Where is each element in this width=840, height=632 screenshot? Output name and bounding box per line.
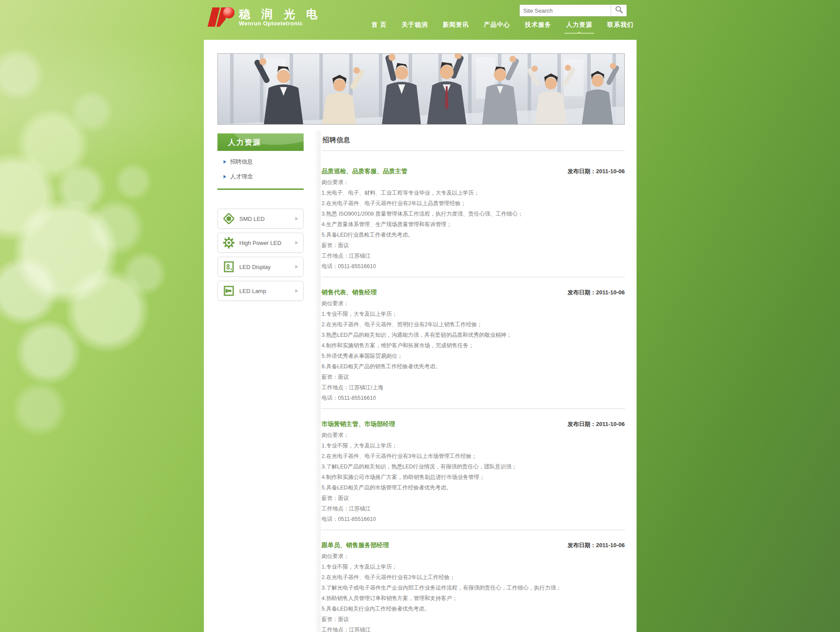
product-buttons: SMD LEDHigh Power LED8LED DisplayLED Lam… [217,209,304,301]
job-requirement-line: 5.具备LED相关行业内工作经验者优先考虑。 [322,604,625,614]
job-title[interactable]: 跟单员、销售服务部经理 [322,541,389,549]
main-title-row: 招聘信息 [322,133,625,151]
job-title[interactable]: 销售代表、销售经理 [322,289,377,297]
job-requirement-line: 3.熟悉 ISO9001/2008 质量管理体系工作流程，执行力度强、责任心强、… [322,209,625,219]
job-requirement-line: 4.生产质量体系管理、生产现场质量管理和客诉管理； [322,219,625,230]
job-requirement-line: 薪资：面议 [322,240,625,251]
job-requirement-line: 6.具备LED相关产品的销售工作经验者优先考虑。 [322,361,625,372]
high-power-led-icon [222,236,235,249]
job-requirement-line: 2.在光电子器件、电子元器件行业有3年以上市场管理工作经验； [322,451,625,461]
sidebar-menu-item-1[interactable]: 人才理念 [217,169,304,184]
product-button-1[interactable]: High Power LED [217,233,304,253]
job-requirement-line: 5.具备LED行业质检工作者优先考虑。 [322,230,625,240]
sidebar-menu: 招聘信息人才理念 [217,151,304,190]
sidebar-title: 人力资源 [228,137,261,147]
job-item-1: 销售代表、销售经理发布日期：2011-10-06岗位要求：1.专业不限，大专及以… [322,277,625,409]
job-requirement-line: 薪资：面议 [322,493,625,503]
job-requirement-line: 岗位要求： [322,551,625,562]
job-requirement-line: 1.专业不限，大专及以上学历； [322,440,625,451]
product-label: SMD LED [239,216,295,222]
triangle-right-icon [224,160,226,164]
smd-led-icon [222,212,235,225]
product-button-2[interactable]: 8LED Display [217,257,304,277]
job-requirement-line: 工作地点：江苏镇江 [322,251,625,261]
job-requirement-line: 工作地点：江苏镇江 [322,503,625,514]
job-requirement-line: 岗位要求： [322,298,625,309]
job-publish-date: 发布日期：2011-10-06 [567,289,625,297]
job-requirement-line: 3.了解光电子或电子器件生产企业内部工作业务运作流程，有很强的责任心，工作细心，… [322,583,625,593]
product-button-0[interactable]: SMD LED [217,209,304,229]
chevron-right-icon [295,265,298,269]
job-list: 品质巡检、品质客服、品质主管发布日期：2011-10-06岗位要求：1.光电子、… [322,156,625,632]
triangle-right-icon [224,175,226,178]
brand-name-en: Wenrun Optoeletronic [239,20,322,27]
job-requirement-line: 2.在光电子器件、电子元器件、照明行业有2年以上销售工作经验； [322,319,625,330]
nav-item-4[interactable]: 技术服务 [525,21,551,29]
job-requirement-line: 工作地点：江苏镇江 [322,625,625,632]
main-nav: 首 页关于稳润新闻资讯产品中心技术服务人力资源联系我们 [371,21,634,29]
main-content: 招聘信息 品质巡检、品质客服、品质主管发布日期：2011-10-06岗位要求：1… [322,133,625,632]
job-requirement-line: 薪资：面议 [322,614,625,625]
page-container: 人力资源 招聘信息人才理念 SMD LEDHigh Power LED8LED … [204,40,637,632]
job-requirement-line: 电话：0511-85516610 [322,261,625,272]
nav-item-1[interactable]: 关于稳润 [402,21,428,29]
job-requirement-line: 1.专业不限，大专及以上学历； [322,309,625,319]
nav-item-6[interactable]: 联系我们 [607,21,634,29]
nav-item-5[interactable]: 人力资源 [566,21,592,29]
job-head: 品质巡检、品质客服、品质主管发布日期：2011-10-06 [322,168,625,175]
job-requirement-line: 1.专业不限，大专及以上学历； [322,562,625,572]
job-requirement-line: 3.熟悉LED产品的相关知识，沟通能力强，具有坚韧的品质和优秀的敬业精神； [322,330,625,340]
svg-text:8: 8 [226,263,230,271]
sidebar-menu-label: 招聘信息 [230,158,253,166]
job-requirement-line: 电话：0511-85516610 [322,393,625,403]
job-publish-date: 发布日期：2011-10-06 [567,420,625,428]
job-requirement-line: 5.具备LED相关产品的市场管理工作经验者优先考虑。 [322,482,625,493]
job-requirement-line: 岗位要求： [322,430,625,440]
job-publish-date: 发布日期：2011-10-06 [567,541,625,549]
content-area: 人力资源 招聘信息人才理念 SMD LEDHigh Power LED8LED … [204,40,637,632]
job-title[interactable]: 市场营销主管、市场部经理 [322,420,395,428]
site-logo[interactable]: 稳 润 光 电 Wenrun Optoeletronic [209,5,322,29]
sidebar-menu-item-0[interactable]: 招聘信息 [217,154,304,169]
search-button[interactable] [611,5,626,16]
job-requirement-line: 5.外语优秀者从事国际贸易岗位； [322,351,625,361]
nav-item-3[interactable]: 产品中心 [484,21,510,29]
job-requirement-line: 岗位要求： [322,177,625,188]
sidebar-header: 人力资源 [217,133,304,151]
job-requirement-line: 工作地点：江苏镇江/上海 [322,382,625,393]
search-icon [614,5,624,16]
job-requirement-line: 2.在光电子器件、电子元器件行业有2年以上品质管理经验； [322,198,625,209]
job-requirement-line: 4.协助销售人员管理订单和销售方案，管理和支持客户； [322,593,625,604]
brand-name-cn: 稳 润 光 电 [239,8,322,20]
job-requirement-line: 3.了解LED产品的相关知识，熟悉LED行业情况，有很强的责任心，团队意识强； [322,461,625,472]
sidebar: 人力资源 招聘信息人才理念 SMD LEDHigh Power LED8LED … [217,133,304,301]
job-requirement-line: 电话：0511-85516610 [322,514,625,524]
chevron-right-icon [295,241,298,244]
job-head: 销售代表、销售经理发布日期：2011-10-06 [322,289,625,297]
job-item-3: 跟单员、销售服务部经理发布日期：2011-10-06岗位要求：1.专业不限，大专… [322,530,625,632]
job-head: 市场营销主管、市场部经理发布日期：2011-10-06 [322,420,625,428]
job-requirement-line: 2.在光电子器件、电子元器件行业有2年以上工作经验； [322,572,625,583]
nav-item-0[interactable]: 首 页 [371,21,387,29]
nav-item-2[interactable]: 新闻资讯 [443,21,469,29]
product-label: LED Display [239,264,295,270]
banner-photo [217,53,625,125]
product-label: LED Lamp [239,288,295,294]
search-input[interactable] [520,5,611,16]
led-display-icon: 8 [222,260,235,273]
job-title[interactable]: 品质巡检、品质客服、品质主管 [322,168,407,175]
job-item-0: 品质巡检、品质客服、品质主管发布日期：2011-10-06岗位要求：1.光电子、… [322,156,625,277]
sidebar-menu-label: 人才理念 [230,173,253,181]
job-requirement-line: 4.制作和实施销售方案，维护客户和拓展市场，完成销售任务； [322,340,625,351]
job-requirement-line: 1.光电子、电子、材料、工业工程等专业毕业，大专及以上学历； [322,188,625,198]
product-label: High Power LED [239,240,295,246]
product-button-3[interactable]: LED Lamp [217,281,304,301]
chevron-right-icon [295,289,298,293]
job-requirement-line: 4.制作和实施公司市场推广方案，协助销售副总进行市场业务管理； [322,472,625,482]
led-lamp-icon [222,284,235,297]
logo-text: 稳 润 光 电 Wenrun Optoeletronic [239,8,322,27]
page-title: 招聘信息 [322,136,350,143]
chevron-right-icon [295,217,298,220]
job-requirement-line: 薪资：面议 [322,372,625,382]
job-publish-date: 发布日期：2011-10-06 [567,168,625,175]
